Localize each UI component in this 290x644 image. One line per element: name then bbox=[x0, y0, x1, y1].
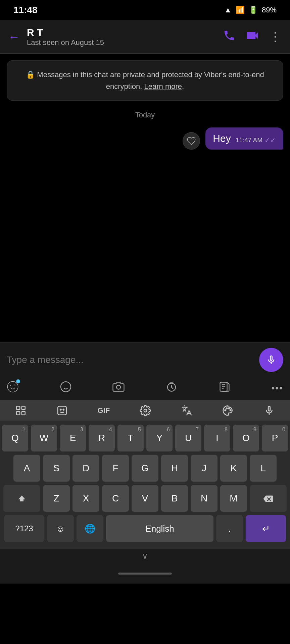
key-p[interactable]: P0 bbox=[262, 425, 288, 451]
keyboard-row-3: Z X C V B N M bbox=[2, 485, 288, 512]
svg-rect-8 bbox=[16, 406, 20, 410]
learn-more-link[interactable]: Learn more bbox=[144, 82, 182, 91]
svg-rect-9 bbox=[21, 406, 25, 410]
key-t[interactable]: T5 bbox=[117, 425, 144, 451]
battery-icon: 🔋 bbox=[249, 6, 258, 14]
key-k[interactable]: K bbox=[220, 455, 247, 482]
svg-point-2 bbox=[116, 385, 120, 389]
signal-icon: 📶 bbox=[236, 6, 245, 14]
reaction-button[interactable] bbox=[183, 132, 200, 150]
message-row: Hey 11:47 AM ✓✓ bbox=[7, 127, 283, 150]
key-x[interactable]: X bbox=[72, 485, 99, 512]
message-time: 11:47 AM bbox=[236, 137, 262, 144]
camera-button[interactable] bbox=[112, 381, 125, 395]
key-n[interactable]: N bbox=[191, 485, 218, 512]
key-v[interactable]: V bbox=[132, 485, 158, 512]
key-c[interactable]: C bbox=[102, 485, 129, 512]
more-toolbar-button[interactable]: ••• bbox=[272, 383, 283, 393]
contact-info: R T Last seen on August 15 bbox=[27, 27, 223, 47]
status-time: 11:48 bbox=[13, 5, 38, 15]
svg-point-18 bbox=[229, 408, 230, 409]
lock-icon: 🔒 bbox=[26, 70, 35, 79]
message-input[interactable] bbox=[7, 355, 254, 365]
keyboard-row-2: A S D F G H J K L bbox=[2, 455, 288, 482]
key-m[interactable]: M bbox=[220, 485, 247, 512]
kb-mic-icon[interactable] bbox=[263, 405, 275, 416]
svg-point-17 bbox=[226, 408, 228, 409]
globe-key[interactable]: 🌐 bbox=[77, 515, 103, 542]
svg-point-0 bbox=[7, 381, 18, 392]
mic-button[interactable] bbox=[259, 348, 283, 372]
emoji-keyboard-key[interactable]: ☺ bbox=[47, 515, 74, 542]
svg-point-13 bbox=[60, 409, 61, 410]
key-z[interactable]: Z bbox=[43, 485, 70, 512]
svg-point-19 bbox=[230, 410, 231, 411]
key-h[interactable]: H bbox=[161, 455, 188, 482]
message-text: Hey bbox=[213, 133, 231, 144]
num123-key[interactable]: ?123 bbox=[4, 515, 44, 542]
kb-palette-icon[interactable] bbox=[222, 405, 234, 416]
sticker-button[interactable] bbox=[60, 381, 72, 395]
key-b[interactable]: B bbox=[161, 485, 188, 512]
input-toolbar: ••• bbox=[0, 377, 290, 400]
svg-rect-11 bbox=[21, 412, 25, 415]
keyboard: GIF bbox=[0, 400, 290, 549]
svg-point-14 bbox=[63, 409, 64, 410]
chat-header: ← R T Last seen on August 15 ⋮ bbox=[0, 20, 290, 54]
svg-rect-10 bbox=[16, 412, 20, 415]
home-indicator bbox=[118, 573, 172, 575]
key-j[interactable]: J bbox=[191, 455, 218, 482]
message-meta: 11:47 AM ✓✓ bbox=[236, 136, 276, 144]
timer-button[interactable] bbox=[165, 381, 178, 395]
key-w[interactable]: W2 bbox=[31, 425, 57, 451]
kb-settings-icon[interactable] bbox=[140, 405, 151, 416]
spacebar-key[interactable]: English bbox=[106, 515, 213, 542]
key-e[interactable]: E3 bbox=[60, 425, 86, 451]
key-d[interactable]: D bbox=[72, 455, 99, 482]
contact-status: Last seen on August 15 bbox=[27, 38, 223, 47]
message-delivered-icon: ✓✓ bbox=[264, 136, 276, 144]
key-r[interactable]: R4 bbox=[89, 425, 115, 451]
keyboard-row-1: Q1 W2 E3 R4 T5 Y6 U7 I8 O9 P0 bbox=[2, 425, 288, 451]
back-button[interactable]: ← bbox=[8, 30, 20, 44]
svg-point-1 bbox=[61, 382, 71, 392]
input-area bbox=[0, 342, 290, 377]
key-g[interactable]: G bbox=[132, 455, 158, 482]
bottom-bar bbox=[0, 564, 290, 584]
call-button[interactable] bbox=[223, 29, 236, 45]
kb-translate-icon[interactable] bbox=[181, 405, 192, 416]
shift-key[interactable] bbox=[3, 485, 40, 512]
encryption-notice: 🔒 Messages in this chat are private and … bbox=[7, 60, 283, 101]
key-y[interactable]: Y6 bbox=[146, 425, 173, 451]
emoji-dot-indicator bbox=[16, 379, 20, 383]
key-f[interactable]: F bbox=[102, 455, 129, 482]
svg-point-16 bbox=[225, 410, 226, 411]
status-icons: ▲ 📶 🔋 89% bbox=[224, 6, 277, 14]
key-o[interactable]: O9 bbox=[233, 425, 259, 451]
period-key[interactable]: . bbox=[216, 515, 243, 542]
more-options-button[interactable]: ⋮ bbox=[269, 30, 282, 44]
key-q[interactable]: Q1 bbox=[2, 425, 28, 451]
emoji-sticker-button[interactable] bbox=[7, 381, 19, 395]
key-u[interactable]: U7 bbox=[175, 425, 201, 451]
contact-name: R T bbox=[27, 27, 223, 38]
keyboard-row-4: ?123 ☺ 🌐 English . ↵ bbox=[2, 515, 288, 542]
backspace-key[interactable] bbox=[250, 485, 287, 512]
key-s[interactable]: S bbox=[43, 455, 70, 482]
key-i[interactable]: I8 bbox=[204, 425, 230, 451]
collapse-keyboard-button[interactable]: ∨ bbox=[0, 549, 290, 564]
kb-grid-icon[interactable] bbox=[15, 405, 27, 416]
kb-gif-button[interactable]: GIF bbox=[98, 406, 110, 415]
key-a[interactable]: A bbox=[13, 455, 40, 482]
header-actions: ⋮ bbox=[223, 28, 282, 46]
video-call-button[interactable] bbox=[245, 28, 260, 46]
key-l[interactable]: L bbox=[250, 455, 277, 482]
keyboard-toolbar: GIF bbox=[0, 400, 290, 421]
chat-area: 🔒 Messages in this chat are private and … bbox=[0, 54, 290, 342]
wifi-icon: ▲ bbox=[224, 6, 232, 14]
note-button[interactable] bbox=[219, 381, 231, 395]
kb-face-icon[interactable] bbox=[56, 405, 68, 416]
enter-key[interactable]: ↵ bbox=[246, 515, 286, 542]
message-bubble: Hey 11:47 AM ✓✓ bbox=[205, 127, 283, 150]
svg-point-15 bbox=[144, 409, 147, 412]
